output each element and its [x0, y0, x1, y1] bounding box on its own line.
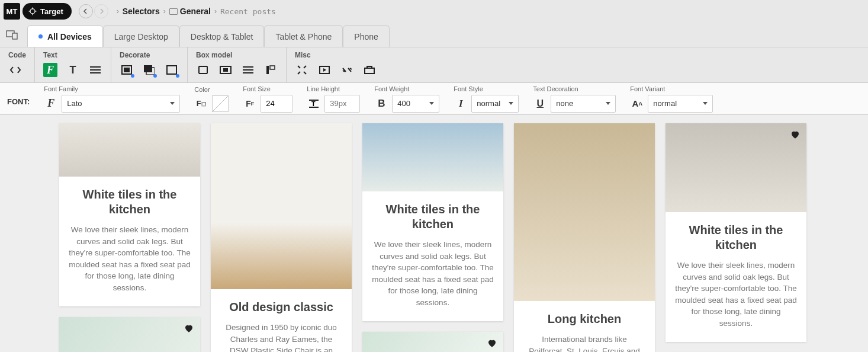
nav-back-button[interactable]: [79, 4, 93, 18]
card-image: [59, 317, 200, 352]
svg-rect-21: [270, 66, 275, 69]
card-image: [514, 123, 655, 301]
transform-icon[interactable]: [340, 63, 354, 77]
target-button[interactable]: Target: [22, 3, 72, 20]
card-text: International brands like Poilforcat, St…: [523, 334, 645, 352]
devices-icon[interactable]: [4, 27, 20, 43]
card-white-tiles-2[interactable]: White tiles in the kitchen We love their…: [362, 123, 503, 321]
breadcrumb-selectors[interactable]: Selectors: [123, 7, 160, 16]
target-label: Target: [40, 7, 63, 16]
column-1: White tiles in the kitchen We love their…: [59, 123, 200, 352]
crosshair-icon: [28, 7, 37, 15]
collapse-icon[interactable]: [295, 63, 309, 77]
toolbar-box-group: Box model: [188, 47, 287, 82]
card-white-tiles-3[interactable]: White tiles in the kitchen We love their…: [666, 123, 806, 342]
svg-point-0: [30, 9, 35, 14]
card-title: White tiles in the kitchen: [69, 187, 191, 217]
text-decoration-select[interactable]: none: [551, 95, 616, 113]
text-type-icon[interactable]: T: [66, 63, 80, 77]
display-icon[interactable]: [317, 63, 332, 77]
shadow-icon[interactable]: [142, 63, 156, 77]
folder-icon: [169, 8, 178, 15]
nav-forward-button[interactable]: [94, 4, 108, 18]
font-style-section: Font Style I normal: [454, 85, 519, 113]
padding-icon[interactable]: [218, 63, 233, 77]
heart-icon[interactable]: [487, 338, 497, 348]
top-bar: MT Target › Selectors › General › Recent…: [0, 0, 868, 23]
overflow-icon[interactable]: [362, 63, 377, 77]
font-family-select[interactable]: Lato: [62, 95, 180, 113]
breadcrumb-recent-posts[interactable]: Recent posts: [220, 7, 276, 16]
border-icon[interactable]: [165, 63, 179, 77]
heart-icon[interactable]: [184, 323, 194, 334]
card-title: Long kitchen: [523, 312, 645, 327]
column-3: White tiles in the kitchen We love their…: [362, 123, 503, 352]
card-title: Old design classic: [220, 300, 342, 315]
font-variant-section: Font Variant AA normal: [630, 85, 713, 113]
line-height-icon: T: [307, 97, 321, 111]
chevron-right-icon: ›: [117, 7, 119, 15]
card-long-kitchen[interactable]: Long kitchen International brands like P…: [514, 123, 655, 352]
font-bar: FONT: Font Family F Lato Color F⬚ Font S…: [0, 83, 868, 115]
svg-rect-6: [12, 33, 17, 39]
text-decoration-section: Text Decoration U none: [533, 85, 616, 113]
toolbar-decorate-group: Decorate: [111, 47, 188, 82]
svg-rect-20: [266, 66, 269, 74]
toolbar-text-group: Text F T: [35, 47, 111, 82]
color-icon: F⬚: [194, 97, 208, 111]
svg-rect-11: [124, 68, 130, 72]
font-style-select[interactable]: normal: [471, 95, 519, 113]
card-text: Designed in 1950 by iconic duo Charles a…: [220, 322, 342, 352]
card-image: [362, 332, 503, 352]
font-weight-select[interactable]: 400: [392, 95, 439, 113]
card-image-only[interactable]: [59, 317, 200, 352]
underline-icon: U: [533, 97, 547, 111]
tab-desktop-tablet[interactable]: Desktop & Tablet: [179, 25, 265, 47]
app-logo: MT: [4, 3, 20, 20]
font-label: FONT:: [7, 97, 30, 106]
column-4: Long kitchen International brands like P…: [514, 123, 655, 352]
chevron-right-icon: ›: [163, 7, 166, 15]
card-title: White tiles in the kitchen: [675, 223, 797, 252]
heart-icon[interactable]: [790, 129, 801, 140]
font-icon[interactable]: F: [43, 63, 57, 77]
tab-large-desktop[interactable]: Large Desktop: [103, 25, 179, 47]
card-image: [666, 123, 806, 212]
card-text: We love their sleek lines, modern curves…: [675, 260, 797, 329]
chevron-down-icon: [429, 102, 434, 105]
card-white-tiles[interactable]: White tiles in the kitchen We love their…: [59, 123, 200, 306]
font-size-input[interactable]: [261, 95, 292, 113]
line-height-input[interactable]: [324, 95, 360, 113]
chevron-right-icon: ›: [214, 7, 217, 15]
column-5: White tiles in the kitchen We love their…: [666, 123, 806, 352]
breadcrumb-general[interactable]: General: [169, 7, 211, 16]
toolbar-code-group: Code: [0, 47, 35, 82]
dimensions-icon[interactable]: [196, 63, 210, 77]
background-icon[interactable]: [120, 63, 134, 77]
list-icon[interactable]: [88, 63, 102, 77]
code-icon[interactable]: [8, 63, 22, 77]
device-tabs: All Devices Large Desktop Desktop & Tabl…: [0, 23, 868, 47]
font-variant-select[interactable]: normal: [648, 95, 713, 113]
nav-arrows: [79, 4, 108, 18]
svg-marker-23: [323, 68, 326, 72]
line-height-section: Line Height T: [307, 85, 360, 113]
chevron-down-icon: [703, 102, 708, 105]
margin-icon[interactable]: [241, 63, 255, 77]
position-icon[interactable]: [263, 63, 278, 77]
bold-icon: B: [374, 97, 388, 111]
chevron-down-icon: [509, 102, 513, 105]
chevron-down-icon: [170, 102, 175, 105]
card-title: White tiles in the kitchen: [372, 202, 494, 232]
card-image: [59, 123, 200, 177]
color-swatch[interactable]: [212, 95, 229, 112]
svg-rect-16: [223, 68, 228, 72]
card-old-design[interactable]: Old design classic Designed in 1950 by i…: [211, 123, 352, 352]
card-image-only[interactable]: [362, 332, 503, 352]
svg-rect-12: [144, 65, 152, 72]
variant-icon: AA: [630, 97, 644, 111]
tab-phone[interactable]: Phone: [343, 25, 389, 47]
font-family-section: Font Family F Lato: [44, 85, 180, 113]
tab-all-devices[interactable]: All Devices: [27, 25, 103, 47]
tab-tablet-phone[interactable]: Tablet & Phone: [264, 25, 343, 47]
